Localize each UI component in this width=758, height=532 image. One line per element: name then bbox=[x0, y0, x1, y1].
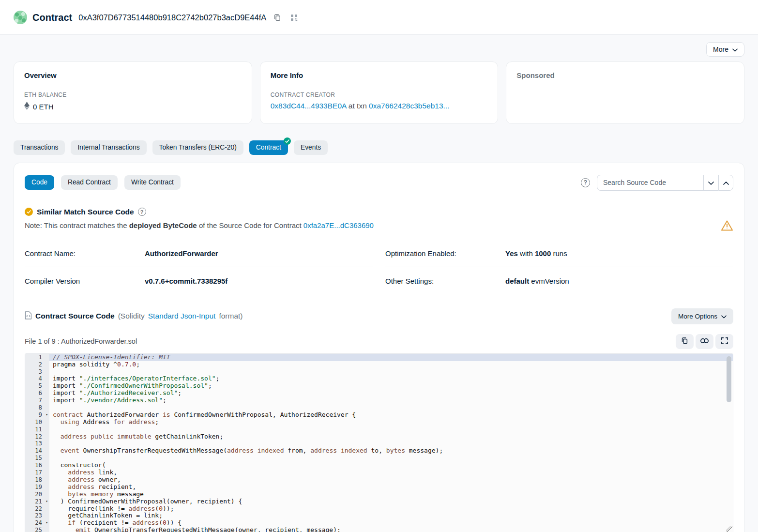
code-line: 10 using Address for address; bbox=[25, 419, 733, 426]
code-line: 20 bytes memory message bbox=[25, 491, 733, 498]
contract-panel: CodeRead ContractWrite Contract ? Simila… bbox=[14, 163, 744, 532]
code-line: 13 bbox=[25, 440, 733, 447]
code-line: 25 emit OwnershipTransferRequestedWithMe… bbox=[25, 527, 733, 532]
format-prefix: (Solidity bbox=[118, 312, 145, 320]
verified-check-badge bbox=[284, 137, 291, 145]
more-options-label: More Options bbox=[678, 313, 717, 320]
fold-toggle-icon[interactable]: ▾ bbox=[45, 520, 48, 526]
code-line: 7import "./vendor/Address.sol"; bbox=[25, 397, 733, 404]
code-line: 15 bbox=[25, 455, 733, 462]
chevron-down-icon bbox=[721, 313, 727, 320]
compiler-version-value: v0.7.6+commit.7338295f bbox=[145, 277, 227, 285]
json-input-link[interactable]: Standard Json-Input bbox=[148, 312, 216, 320]
search-prev-button[interactable] bbox=[703, 175, 718, 191]
other-settings-label: Other Settings: bbox=[385, 277, 505, 285]
tab-transactions[interactable]: Transactions bbox=[14, 140, 65, 155]
line-number: 9▾ bbox=[25, 411, 49, 419]
line-number: 7 bbox=[25, 397, 49, 404]
code-line: 19 address recipient, bbox=[25, 484, 733, 491]
note-middle: of the Source Code for Contract bbox=[199, 221, 302, 229]
subtab-read-contract[interactable]: Read Contract bbox=[61, 175, 118, 190]
code-line: 9▾contract AuthorizedForwarder is Confir… bbox=[25, 411, 733, 419]
copy-address-button[interactable] bbox=[272, 12, 283, 23]
code-line: 22 require(link != address(0)); bbox=[25, 505, 733, 513]
code-line: 21▾ ) ConfirmedOwnerWithProposal(owner, … bbox=[25, 498, 733, 505]
line-number: 20 bbox=[25, 491, 49, 498]
copy-icon bbox=[681, 337, 688, 346]
line-number: 15 bbox=[25, 455, 49, 462]
line-number: 18 bbox=[25, 476, 49, 484]
matched-contract-link[interactable]: 0xfa2a7E...dC363690 bbox=[303, 221, 374, 229]
search-next-button[interactable] bbox=[718, 175, 733, 191]
ethereum-icon bbox=[24, 102, 30, 111]
code-line: 17 address link, bbox=[25, 469, 733, 476]
copy-source-button[interactable] bbox=[676, 334, 694, 349]
chevron-up-icon bbox=[723, 179, 729, 186]
line-number: 21▾ bbox=[25, 498, 49, 505]
editor-resize-handle[interactable] bbox=[726, 526, 732, 532]
page-header: Contract 0xA3f07D6773514480b918C2742b027… bbox=[0, 0, 758, 35]
contract-creator-label: CONTRACT CREATOR bbox=[271, 91, 488, 98]
tab-events[interactable]: Events bbox=[294, 140, 328, 155]
help-icon[interactable]: ? bbox=[581, 178, 590, 187]
format-suffix: format) bbox=[219, 312, 243, 320]
line-number: 11 bbox=[25, 426, 49, 433]
overview-card: Overview ETH BALANCE 0 ETH bbox=[14, 61, 252, 124]
subtab-code[interactable]: Code bbox=[25, 175, 54, 190]
creator-address-link[interactable]: 0x83dC44...4933BE0A bbox=[271, 102, 347, 110]
eth-balance-value: 0 ETH bbox=[33, 103, 54, 111]
source-code-editor[interactable]: 1// SPDX-License-Identifier: MIT2pragma … bbox=[25, 353, 733, 532]
line-number: 14 bbox=[25, 447, 49, 455]
contract-identicon bbox=[14, 11, 27, 24]
warning-triangle-icon[interactable] bbox=[721, 220, 733, 231]
line-number: 23 bbox=[25, 512, 49, 519]
fullscreen-icon bbox=[721, 337, 728, 346]
contract-metadata: Contract Name: AuthorizedForwarder Compi… bbox=[25, 246, 733, 289]
similar-match-title: Similar Match Source Code bbox=[37, 208, 134, 216]
line-number: 6 bbox=[25, 390, 49, 397]
line-number: 1 bbox=[25, 354, 49, 361]
file-info: File 1 of 9 : AuthorizedForwarder.sol bbox=[25, 337, 137, 345]
more-dropdown-button[interactable]: More bbox=[706, 42, 744, 57]
line-number: 19 bbox=[25, 484, 49, 491]
more-dropdown-label: More bbox=[713, 46, 728, 53]
compiler-version-label: Compiler Version bbox=[25, 277, 145, 285]
overview-card-title: Overview bbox=[24, 71, 242, 79]
line-number: 5 bbox=[25, 382, 49, 390]
tab-contract[interactable]: Contract bbox=[249, 140, 288, 155]
code-line: 3 bbox=[25, 368, 733, 376]
code-line: 14 event OwnershipTransferRequestedWithM… bbox=[25, 447, 733, 455]
code-line: 16 constructor( bbox=[25, 462, 733, 469]
qr-code-button[interactable] bbox=[288, 12, 300, 23]
eth-balance-label: ETH BALANCE bbox=[24, 91, 242, 98]
code-line: 24▾ if (recipient != address(0)) { bbox=[25, 519, 733, 527]
tab-internal-transactions[interactable]: Internal Transactions bbox=[71, 140, 146, 155]
fold-toggle-icon[interactable]: ▾ bbox=[45, 499, 48, 504]
permalink-button[interactable] bbox=[696, 334, 713, 349]
search-source-code-input[interactable] bbox=[597, 175, 703, 191]
tab-token-transfers-erc-20[interactable]: Token Transfers (ERC-20) bbox=[152, 140, 243, 155]
line-number: 24▾ bbox=[25, 519, 49, 527]
line-number: 10 bbox=[25, 419, 49, 426]
contract-name-value: AuthorizedForwarder bbox=[145, 249, 218, 258]
fullscreen-button[interactable] bbox=[715, 334, 733, 349]
line-number: 16 bbox=[25, 462, 49, 469]
fold-toggle-icon[interactable]: ▾ bbox=[45, 412, 48, 418]
subtab-write-contract[interactable]: Write Contract bbox=[124, 175, 181, 190]
line-number: 13 bbox=[25, 440, 49, 447]
code-scrollbar-thumb[interactable] bbox=[727, 356, 731, 402]
note-prefix: Note: This contract matches the bbox=[25, 221, 127, 229]
similar-match-help-icon[interactable]: ? bbox=[138, 208, 146, 216]
code-line: 12 address public immutable getChainlink… bbox=[25, 433, 733, 441]
more-options-button[interactable]: More Options bbox=[671, 308, 733, 324]
line-number: 3 bbox=[25, 368, 49, 376]
line-number: 2 bbox=[25, 361, 49, 368]
chevron-down-icon bbox=[708, 179, 714, 186]
sponsored-card: Sponsored bbox=[506, 61, 744, 124]
creation-txn-link[interactable]: 0xa7662428c3b5eb13... bbox=[369, 102, 449, 110]
line-number: 22 bbox=[25, 505, 49, 513]
line-number: 8 bbox=[25, 404, 49, 411]
tabs-row: TransactionsInternal TransactionsToken T… bbox=[14, 140, 744, 155]
code-line: 6import "./AuthorizedReceiver.sol"; bbox=[25, 390, 733, 397]
code-line: 1// SPDX-License-Identifier: MIT bbox=[25, 354, 733, 361]
